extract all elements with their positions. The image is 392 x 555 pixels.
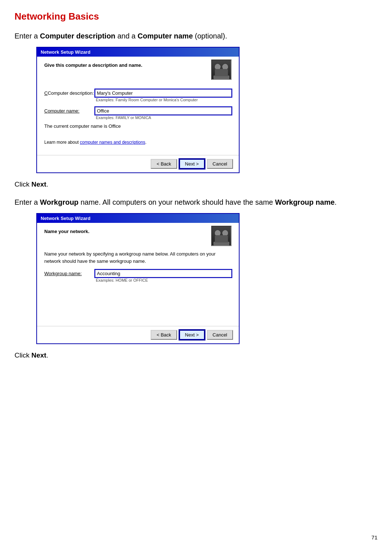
dialog1-subtitle: Give this computer a description and nam…: [44, 62, 232, 68]
workgroup-name-input[interactable]: [95, 270, 232, 277]
page-title: Networking Basics: [15, 11, 377, 22]
click-next-1: Click Next.: [15, 180, 377, 188]
computer-name-input[interactable]: [95, 107, 232, 115]
section2-heading: Enter a Workgroup name. All computers on…: [15, 197, 377, 207]
dialog1-footer: < Back Next > Cancel: [37, 155, 239, 172]
page-number: 71: [371, 534, 377, 540]
dialog2-cancel-button[interactable]: Cancel: [207, 330, 233, 340]
workgroup-name-example: Examples: HOME or OFFICE: [96, 278, 232, 282]
wizard-icon-1: [211, 60, 232, 80]
dialog2-subtitle: Name your network.: [44, 229, 232, 234]
click-next-2: Click Next.: [15, 351, 377, 359]
dialog2-next-button[interactable]: Next >: [179, 330, 205, 340]
dialog1-back-button[interactable]: < Back: [151, 159, 177, 169]
current-name-text: The current computer name is Office: [44, 123, 232, 129]
learn-more-link[interactable]: computer names and descriptions: [80, 140, 145, 145]
dialog2-back-button[interactable]: < Back: [151, 330, 177, 340]
computer-name-row: Computer name: Examples: FAMILY or MONIC…: [44, 107, 232, 120]
section1-heading: Enter a Computer description and a Compu…: [15, 31, 377, 41]
dialog1-computer-name: Network Setup Wizard Give this computer …: [36, 47, 240, 173]
dialog2-workgroup-name: Network Setup Wizard Name your network. …: [36, 213, 240, 344]
dialog2-titlebar: Network Setup Wizard: [37, 214, 239, 223]
dialog1-cancel-button[interactable]: Cancel: [207, 159, 233, 169]
workgroup-name-label: Workgroup name:: [44, 270, 95, 276]
computer-description-label: CComputer description:: [44, 89, 95, 96]
dialog2-footer: < Back Next > Cancel: [37, 326, 239, 343]
dialog1-titlebar: Network Setup Wizard: [37, 48, 239, 57]
computer-description-input[interactable]: [95, 89, 232, 97]
workgroup-info-text: Name your network by specifying a workgr…: [44, 250, 232, 265]
computer-name-label: Computer name:: [44, 107, 95, 114]
learn-more-text: Learn more about computer names and desc…: [44, 140, 232, 145]
computer-description-row: CComputer description: Examples: Family …: [44, 89, 232, 102]
computer-description-example: Examples: Family Room Computer or Monica…: [96, 98, 232, 102]
workgroup-name-row: Workgroup name: Examples: HOME or OFFICE: [44, 270, 232, 282]
wizard-icon-2: [211, 226, 232, 246]
dialog1-next-button[interactable]: Next >: [179, 159, 205, 169]
computer-name-example: Examples: FAMILY or MONICA: [96, 115, 232, 120]
